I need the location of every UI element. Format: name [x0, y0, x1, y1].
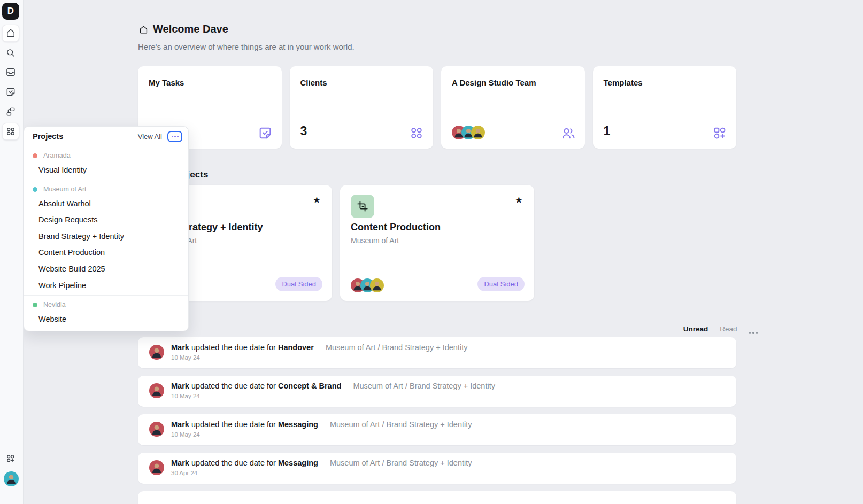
notification-date: 10 May 24	[171, 431, 200, 438]
popover-project-item[interactable]: Website	[24, 313, 188, 325]
stat-card-title: A Design Studio Team	[452, 78, 536, 87]
stat-card-value: 3	[300, 124, 307, 138]
notifications-more-button[interactable]	[749, 332, 758, 334]
notification-actor: Mark	[171, 382, 189, 390]
stat-card-clients[interactable]: Clients 3	[290, 66, 434, 149]
popover-project-item[interactable]: Work Pipeline	[24, 279, 188, 292]
tab-read[interactable]: Read	[720, 325, 737, 338]
notification-context: Museum of Art / Brand Strategy + Identit…	[326, 343, 468, 352]
notification-date: 30 Apr 24	[171, 470, 197, 476]
team-avatar-group	[452, 126, 485, 139]
notification-action: updated the due date for	[191, 420, 276, 429]
star-icon[interactable]	[515, 195, 523, 206]
flow-icon	[5, 106, 16, 117]
projects-grid-icon	[5, 126, 16, 137]
sidebar-item-search[interactable]	[2, 44, 19, 61]
task-check-icon	[5, 87, 16, 97]
notification-action: updated the due date for	[191, 382, 276, 390]
notification-context: Museum of Art / Brand Strategy + Identit…	[330, 420, 472, 429]
popover-project-item[interactable]: Content Production	[24, 246, 188, 259]
notification-row[interactable]: Mark updated the due date for Messaging …	[138, 414, 736, 445]
grid-circles-icon	[409, 126, 424, 141]
invite-people-button[interactable]	[2, 450, 19, 467]
divider	[24, 146, 188, 146]
stat-card-title: My Tasks	[149, 78, 184, 87]
notification-target: Messaging	[278, 420, 318, 429]
sidebar-item-inbox[interactable]	[2, 64, 19, 81]
notification-row[interactable]: Mark updated the due date for Handover M…	[138, 337, 736, 368]
template-add-icon	[712, 126, 727, 141]
notification-row-partial[interactable]	[138, 491, 736, 504]
tab-unread[interactable]: Unread	[683, 325, 708, 338]
popover-project-item[interactable]: Visual Identity	[24, 164, 188, 176]
notification-actor: Mark	[171, 343, 189, 352]
divider	[24, 181, 188, 181]
ellipsis-icon	[172, 136, 173, 137]
notification-target: Messaging	[278, 459, 318, 467]
star-icon[interactable]	[313, 195, 321, 206]
person-photo-icon	[4, 471, 19, 486]
project-icon-tile	[351, 195, 374, 218]
sidebar: D	[0, 0, 24, 504]
project-card-content-production[interactable]: Content Production Museum of Art Dual Si…	[340, 185, 534, 301]
popover-project-item[interactable]: Website Build 2025	[24, 262, 188, 275]
page-subtitle: Here's an overview of where things are a…	[138, 42, 355, 51]
notification-actor: Mark	[171, 459, 189, 467]
client-color-dot	[33, 187, 37, 192]
user-avatar[interactable]	[4, 471, 19, 486]
notifications-list: Mark updated the due date for Handover M…	[138, 337, 736, 504]
view-all-link[interactable]: View All	[138, 133, 162, 141]
notification-actor: Mark	[171, 420, 189, 429]
stat-card-team[interactable]: A Design Studio Team	[441, 66, 585, 149]
stat-card-templates[interactable]: Templates 1	[593, 66, 737, 149]
sidebar-item-home[interactable]	[2, 25, 19, 42]
popover-more-button[interactable]	[167, 131, 182, 142]
notification-action: updated the due date for	[191, 343, 276, 352]
notification-action: updated the due date for	[191, 459, 276, 467]
notification-row[interactable]: Mark updated the due date for Messaging …	[138, 453, 736, 484]
popover-project-item[interactable]: Design Requests	[24, 213, 188, 226]
sidebar-item-flows[interactable]	[2, 103, 19, 120]
notification-date: 10 May 24	[171, 354, 200, 361]
page-title: Welcome Dave	[153, 23, 228, 35]
notification-target: Handover	[278, 343, 314, 352]
home-icon	[5, 28, 16, 38]
project-avatar-group	[351, 278, 384, 292]
avatar	[370, 278, 384, 292]
stat-cards-row: My Tasks Clients 3 A Design Studio Team …	[138, 66, 736, 149]
search-icon	[5, 48, 16, 58]
notification-target: Concept & Brand	[278, 382, 341, 390]
inbox-icon	[5, 67, 16, 77]
avatar	[471, 126, 485, 139]
notifications-tabs: Unread Read	[683, 322, 758, 338]
invite-people-icon	[5, 453, 16, 464]
notification-date: 10 May 24	[171, 393, 200, 399]
stat-card-value: 1	[604, 124, 611, 138]
popover-title: Projects	[33, 132, 138, 141]
notification-row[interactable]: Mark updated the due date for Concept & …	[138, 376, 736, 407]
sidebar-item-tasks[interactable]	[2, 83, 19, 100]
client-color-dot	[33, 153, 37, 158]
home-icon	[138, 25, 149, 35]
project-badge: Dual Sided	[477, 277, 525, 291]
crop-image-icon	[357, 200, 368, 212]
project-client: Museum of Art	[351, 236, 399, 245]
popover-project-item[interactable]: Absolut Warhol	[24, 197, 188, 210]
client-color-dot	[33, 303, 37, 307]
notification-context: Museum of Art / Brand Strategy + Identit…	[353, 382, 495, 390]
projects-popover: Projects View All Aramada Visual Identit…	[24, 126, 189, 331]
stat-card-title: Clients	[300, 78, 327, 87]
client-group-label: Museum of Art	[24, 183, 188, 196]
popover-project-item[interactable]: Brand Strategy + Identity	[24, 230, 188, 243]
project-badge: Dual Sided	[275, 277, 322, 291]
sidebar-item-projects[interactable]	[2, 123, 19, 140]
divider	[24, 295, 188, 296]
popover-header: Projects View All	[24, 127, 188, 146]
notification-context: Museum of Art / Brand Strategy + Identit…	[330, 459, 472, 467]
ellipsis-icon	[749, 332, 751, 334]
app-logo[interactable]: D	[2, 3, 19, 20]
project-title: Content Production	[351, 222, 441, 233]
client-group-label: Nevidia	[24, 298, 188, 311]
avatar	[149, 422, 164, 437]
task-check-icon	[258, 126, 273, 141]
